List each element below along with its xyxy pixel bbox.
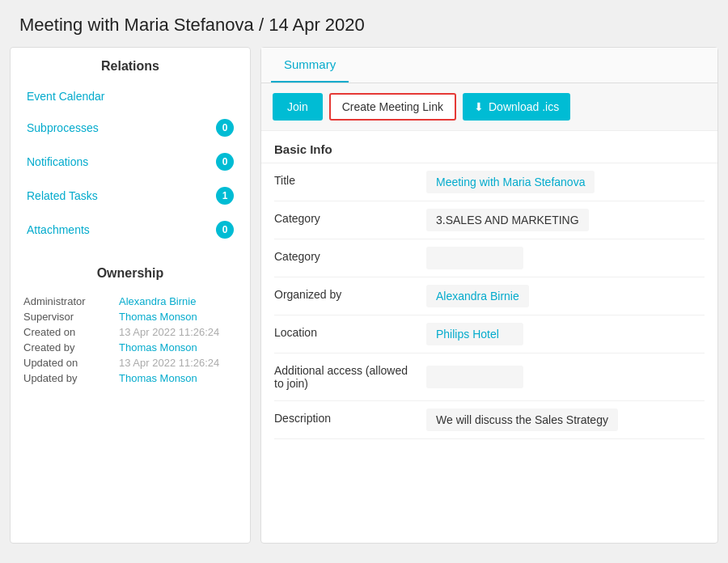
ownership-value: 13 Apr 2022 11:26:24 [119, 326, 237, 338]
ownership-label: Created by [23, 341, 112, 353]
ownership-value: Thomas Monson [119, 311, 237, 323]
create-meeting-link-button[interactable]: Create Meeting Link [329, 93, 456, 121]
info-value-wrapper [420, 353, 705, 401]
basic-info-section-title: Basic Info [261, 131, 717, 163]
ownership-label: Updated by [23, 372, 112, 384]
info-value-wrapper: Meeting with Maria Stefanova [420, 163, 705, 201]
badge-notifications: 0 [216, 153, 234, 171]
page-header: Meeting with Maria Stefanova / 14 Apr 20… [0, 0, 728, 47]
info-value-box: Meeting with Maria Stefanova [426, 171, 595, 193]
info-label: Organized by [274, 277, 420, 315]
download-ics-button[interactable]: ⬇ Download .ics [463, 93, 570, 121]
page-title: Meeting with Maria Stefanova / 14 Apr 20… [19, 15, 365, 35]
info-value-wrapper: 3.SALES AND MARKETING [420, 201, 705, 239]
info-value-box: Alexandra Birnie [426, 285, 529, 307]
ownership-label: Supervisor [23, 311, 112, 323]
tab-bar: Summary [261, 48, 717, 83]
sidebar-item-label-related-tasks: Related Tasks [27, 189, 98, 202]
ownership-value: Alexandra Birnie [119, 295, 237, 307]
ownership-section-title: Ownership [11, 255, 250, 289]
info-label: Title [274, 163, 420, 201]
info-value-box: Philips Hotel [426, 323, 523, 345]
relations-section-title: Relations [11, 48, 250, 82]
sidebar-item-related-tasks[interactable]: Related Tasks1 [11, 179, 250, 213]
info-value-box [426, 247, 523, 269]
info-value-box: We will discuss the Sales Strategy [426, 408, 618, 431]
download-icon: ⬇ [474, 100, 484, 113]
info-value-box: 3.SALES AND MARKETING [426, 209, 589, 231]
badge-related-tasks: 1 [216, 187, 234, 205]
sidebar-item-attachments[interactable]: Attachments0 [11, 213, 250, 247]
ownership-value: Thomas Monson [119, 341, 237, 353]
info-value-wrapper [420, 239, 705, 277]
ownership-label: Created on [23, 326, 112, 338]
badge-attachments: 0 [216, 221, 234, 239]
ownership-label: Updated on [23, 357, 112, 369]
action-bar: Join Create Meeting Link ⬇ Download .ics [261, 83, 717, 131]
info-label: Description [274, 401, 420, 439]
sidebar-item-label-notifications: Notifications [27, 155, 88, 168]
ownership-label: Administrator [23, 295, 112, 307]
info-value-wrapper: Philips Hotel [420, 315, 705, 353]
sidebar-item-event-calendar[interactable]: Event Calendar [11, 82, 250, 111]
sidebar-item-subprocesses[interactable]: Subprocesses0 [11, 111, 250, 145]
sidebar-item-label-event-calendar: Event Calendar [27, 90, 105, 103]
info-label: Location [274, 315, 420, 353]
badge-subprocesses: 0 [216, 119, 234, 137]
info-value-box [426, 366, 523, 388]
info-value-wrapper: We will discuss the Sales Strategy [420, 401, 705, 439]
sidebar-item-notifications[interactable]: Notifications0 [11, 145, 250, 179]
join-button[interactable]: Join [273, 93, 323, 121]
ownership-value: Thomas Monson [119, 372, 237, 384]
sidebar-item-label-attachments: Attachments [27, 223, 90, 236]
right-panel: Summary Join Create Meeting Link ⬇ Downl… [260, 47, 718, 544]
info-label: Category [274, 201, 420, 239]
ownership-value: 13 Apr 2022 11:26:24 [119, 357, 237, 369]
info-label: Additional access (allowed to join) [274, 353, 420, 401]
info-label: Category [274, 239, 420, 277]
sidebar-item-label-subprocesses: Subprocesses [27, 121, 99, 134]
tab-summary[interactable]: Summary [271, 48, 349, 83]
left-panel: Relations Event CalendarSubprocesses0Not… [10, 47, 251, 544]
info-value-wrapper: Alexandra Birnie [420, 277, 705, 315]
